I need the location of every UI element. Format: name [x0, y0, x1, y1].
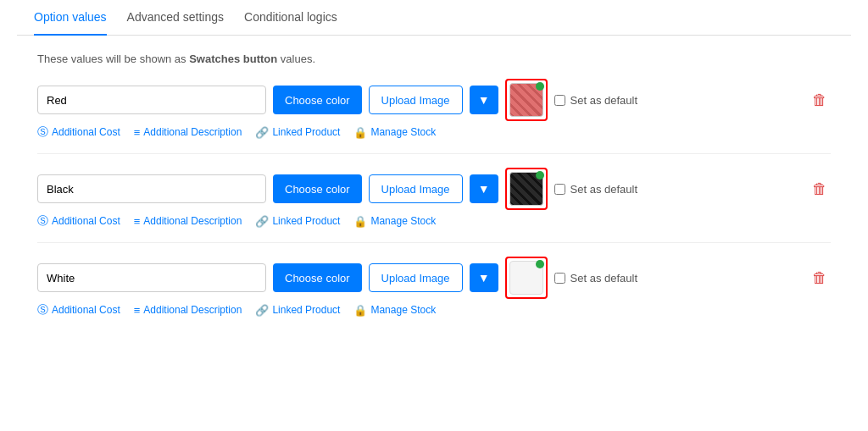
blue-square-button-white[interactable]: ▼	[470, 263, 498, 292]
swatch-white	[505, 257, 548, 299]
divider-1	[37, 153, 831, 154]
divider-2	[37, 242, 831, 243]
blue-square-button-red[interactable]: ▼	[470, 86, 498, 114]
tabs-bar: Option values Advanced settings Conditio…	[17, 0, 851, 36]
swatch-dot-red	[536, 82, 544, 91]
document-icon: ≡	[134, 126, 141, 139]
tab-content: These values will be shown as Swatches b…	[17, 36, 851, 348]
document-icon: ≡	[134, 215, 141, 228]
set-default-checkbox-black[interactable]	[554, 184, 565, 195]
dollar-icon: Ⓢ	[37, 213, 48, 229]
dollar-icon: Ⓢ	[37, 302, 48, 318]
swatch-black	[505, 168, 548, 210]
delete-button-red[interactable]: 🗑	[809, 88, 831, 113]
choose-color-button-red[interactable]: Choose color	[273, 86, 362, 114]
upload-image-button-red[interactable]: Upload Image	[369, 86, 463, 114]
option-links-black: Ⓢ Additional Cost ≡ Additional Descripti…	[37, 210, 831, 235]
linked-product-link-black[interactable]: 🔗 Linked Product	[255, 215, 340, 228]
blue-square-button-black[interactable]: ▼	[470, 174, 498, 203]
additional-description-link-white[interactable]: ≡ Additional Description	[134, 304, 242, 317]
document-icon: ≡	[134, 304, 141, 317]
trash-icon: 🗑	[812, 91, 827, 108]
trash-icon: 🗑	[812, 269, 827, 286]
choose-color-button-black[interactable]: Choose color	[273, 174, 362, 203]
swatch-dot-black	[536, 171, 544, 180]
linked-product-link-red[interactable]: 🔗 Linked Product	[255, 126, 340, 139]
option-links-white: Ⓢ Additional Cost ≡ Additional Descripti…	[37, 299, 831, 324]
chevron-icon: ▼	[478, 182, 490, 196]
lock-icon: 🔒	[353, 126, 367, 139]
lock-icon: 🔒	[353, 215, 367, 228]
chevron-icon: ▼	[478, 271, 490, 285]
tab-option-values[interactable]: Option values	[34, 0, 107, 36]
manage-stock-link-red[interactable]: 🔒 Manage Stock	[353, 126, 436, 139]
additional-cost-link-red[interactable]: Ⓢ Additional Cost	[37, 124, 120, 140]
link-icon: 🔗	[255, 304, 269, 317]
additional-description-link-black[interactable]: ≡ Additional Description	[134, 215, 242, 228]
swatch-red	[505, 79, 548, 121]
additional-description-link-red[interactable]: ≡ Additional Description	[134, 126, 242, 139]
upload-image-button-white[interactable]: Upload Image	[369, 263, 463, 292]
option-links-red: Ⓢ Additional Cost ≡ Additional Descripti…	[37, 121, 831, 146]
manage-stock-link-white[interactable]: 🔒 Manage Stock	[353, 304, 436, 317]
manage-stock-link-black[interactable]: 🔒 Manage Stock	[353, 215, 436, 228]
option-value-input-red[interactable]	[37, 86, 266, 114]
option-value-input-black[interactable]	[37, 174, 266, 203]
link-icon: 🔗	[255, 126, 269, 139]
lock-icon: 🔒	[353, 304, 367, 317]
chevron-icon: ▼	[478, 93, 490, 107]
set-default-label-red: Set as default	[554, 94, 638, 107]
tab-advanced-settings[interactable]: Advanced settings	[127, 0, 224, 36]
upload-image-button-black[interactable]: Upload Image	[369, 174, 463, 203]
swatch-dot-white	[536, 260, 544, 268]
delete-button-black[interactable]: 🗑	[809, 177, 831, 202]
hint-text: These values will be shown as Swatches b…	[37, 52, 831, 65]
set-default-checkbox-red[interactable]	[554, 95, 565, 106]
additional-cost-link-black[interactable]: Ⓢ Additional Cost	[37, 213, 120, 229]
delete-button-white[interactable]: 🗑	[809, 266, 831, 290]
additional-cost-link-white[interactable]: Ⓢ Additional Cost	[37, 302, 120, 318]
choose-color-button-white[interactable]: Choose color	[273, 263, 362, 292]
set-default-label-black: Set as default	[554, 183, 638, 196]
trash-icon: 🗑	[812, 180, 827, 197]
option-row-white: Choose color Upload Image ▼ Set as defau…	[37, 257, 831, 324]
set-default-checkbox-white[interactable]	[554, 273, 565, 284]
link-icon: 🔗	[255, 215, 269, 228]
option-row-black: Choose color Upload Image ▼ Set as defau…	[37, 168, 831, 235]
option-row-red: Choose color Upload Image ▼ Set as defau…	[37, 79, 831, 146]
set-default-label-white: Set as default	[554, 272, 638, 285]
linked-product-link-white[interactable]: 🔗 Linked Product	[255, 304, 340, 317]
option-value-input-white[interactable]	[37, 263, 266, 292]
dollar-icon: Ⓢ	[37, 124, 48, 140]
tab-conditional-logics[interactable]: Conditional logics	[244, 0, 337, 36]
